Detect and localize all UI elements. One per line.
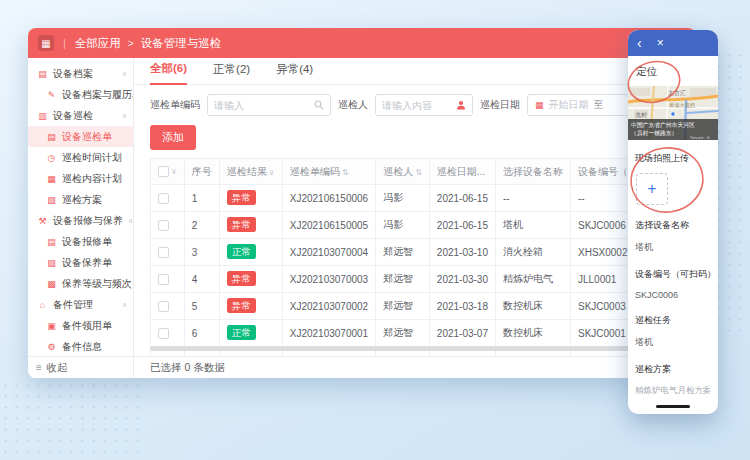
cell-date: 2021-06-15: [429, 185, 495, 212]
cell-person: 冯影: [376, 212, 430, 239]
sidebar-item-label: 设备保养单: [62, 256, 112, 270]
inspection-scheme-value[interactable]: 精炼炉电气月检方案: [628, 376, 718, 397]
cell-date: 2021-03-10: [429, 239, 495, 266]
sidebar-item-maintenance-sheet[interactable]: ▨设备保养单: [28, 252, 133, 273]
inspection-code-input[interactable]: [214, 100, 310, 111]
table-row[interactable]: 6正常XJ202103070001郑远智2021-03-07数控机床SKJC00…: [151, 320, 671, 347]
sidebar-collapse-button[interactable]: ≡ 收起: [28, 356, 133, 378]
header-select-all[interactable]: ∨: [151, 159, 185, 185]
row-checkbox[interactable]: [158, 220, 169, 231]
sidebar-item-repair-sheet[interactable]: ▤设备报修单: [28, 231, 133, 252]
sort-icon[interactable]: ⇅: [342, 168, 349, 177]
table-row[interactable]: 4异常XJ202103070003郑远智2021-03-30精炼炉电气JLL00…: [151, 266, 671, 293]
cell-person: 郑远智: [376, 293, 430, 320]
collapse-icon: ≡: [36, 362, 42, 373]
phone-preview-panel: ‹ × 定位 太古汇 黄埔大道西 冼村 中国广东省广州市天河区 （员村一横路东）…: [628, 30, 718, 414]
column-header[interactable]: 巡检单编码⇅: [282, 159, 375, 185]
cell-device: 数控机床: [496, 320, 571, 347]
select-all-checkbox[interactable]: [158, 166, 169, 177]
sidebar-item-repair-and-maintenance[interactable]: ⚒设备报修与保养∧: [28, 210, 133, 231]
topbar-divider: |: [63, 37, 66, 49]
cell-index: 3: [184, 239, 219, 266]
row-checkbox[interactable]: [158, 301, 169, 312]
cell-device: 数控机床: [496, 293, 571, 320]
cell-index: 4: [184, 266, 219, 293]
background-dots-bottom-left: [0, 380, 140, 460]
spare-info-icon: ⚙: [46, 342, 57, 352]
home-indicator[interactable]: [656, 405, 690, 408]
photo-upload-button[interactable]: +: [636, 173, 668, 205]
inspection-sheet-icon: ▤: [46, 132, 57, 142]
column-header-label: 巡检结果: [227, 166, 267, 177]
sidebar-item-inspection-content-plan[interactable]: ▦巡检内容计划: [28, 168, 133, 189]
inspection-task-value[interactable]: 塔机: [628, 327, 718, 349]
inspector-input[interactable]: [382, 100, 452, 111]
cell-person: 冯影: [376, 185, 430, 212]
filter-row: 巡检单编码 巡检人 巡检日期: [134, 85, 696, 116]
table-header-row: ∨序号巡检结果∨巡检单编码⇅巡检人⇅巡检日期...选择设备名称设备编号（可...…: [151, 159, 671, 185]
sidebar-item-spare-parts[interactable]: ⌂备件管理∧: [28, 294, 133, 315]
breadcrumb-chevron-icon: >: [128, 38, 134, 49]
cell-date: 2021-06-15: [429, 212, 495, 239]
cell-date: 2021-03-30: [429, 266, 495, 293]
filter-caret-icon[interactable]: ∨: [269, 168, 275, 177]
close-icon[interactable]: ×: [657, 37, 664, 49]
inspector-label: 巡检人: [338, 98, 368, 112]
sidebar-item-device-archive[interactable]: ▤设备档案∧: [28, 63, 133, 84]
cell-code: XJ202106150006: [282, 185, 375, 212]
spare-parts-icon: ⌂: [37, 300, 48, 310]
date-start-placeholder: 开始日期: [549, 98, 589, 112]
map[interactable]: 太古汇 黄埔大道西 冼村 中国广东省广州市天河区 （员村一横路东） Tencen…: [628, 86, 718, 140]
sidebar-item-spare-info[interactable]: ⚙备件信息: [28, 336, 133, 357]
map-address-line1: 中国广东省广州市天河区: [631, 121, 695, 129]
device-code-value[interactable]: SKJC0006: [628, 281, 718, 300]
person-icon: [456, 100, 466, 110]
tab-all[interactable]: 全部(6): [150, 61, 187, 85]
calendar-icon: ▦: [535, 100, 544, 110]
row-checkbox[interactable]: [158, 274, 169, 285]
spare-requisition-icon: ▣: [46, 321, 57, 331]
column-header[interactable]: 巡检人⇅: [376, 159, 430, 185]
tab-abnormal[interactable]: 异常(4): [276, 62, 313, 84]
tab-normal[interactable]: 正常(2): [213, 62, 250, 84]
maintenance-level-frequency-icon: ▩: [46, 279, 57, 289]
back-icon[interactable]: ‹: [637, 36, 642, 50]
maintenance-sheet-icon: ▨: [46, 258, 57, 268]
table-row[interactable]: 2异常XJ202106150005冯影2021-06-15塔机SKJC0006精…: [151, 212, 671, 239]
cell-device: 精炼炉电气: [496, 266, 571, 293]
sidebar-item-device-inspection[interactable]: ▥设备巡检∧: [28, 105, 133, 126]
row-checkbox[interactable]: [158, 193, 169, 204]
cell-result: 异常: [219, 293, 282, 320]
sidebar-item-inspection-scheme[interactable]: ▧巡检方案: [28, 189, 133, 210]
sidebar-item-maintenance-level-frequency[interactable]: ▩保养等级与频次: [28, 273, 133, 294]
apps-grid-icon[interactable]: ▦: [38, 35, 54, 51]
column-header[interactable]: 巡检结果∨: [219, 159, 282, 185]
cell-device: 消火栓箱: [496, 239, 571, 266]
sidebar-item-inspection-sheet[interactable]: ▤设备巡检单: [28, 126, 133, 147]
status-badge: 异常: [227, 190, 256, 205]
sidebar: ▤设备档案∧✎设备档案与履历表▥设备巡检∧▤设备巡检单◷巡检时间计划▦巡检内容计…: [28, 58, 134, 378]
sidebar-item-device-archive-resume[interactable]: ✎设备档案与履历表: [28, 84, 133, 105]
cell-index: 2: [184, 212, 219, 239]
row-checkbox[interactable]: [158, 328, 169, 339]
horizontal-scrollbar[interactable]: [150, 346, 648, 351]
cell-date: 2021-03-07: [429, 320, 495, 347]
add-button[interactable]: 添加: [150, 125, 196, 150]
table-row[interactable]: 5异常XJ202103070002郑远智2021-03-18数控机床SKJC00…: [151, 293, 671, 320]
row-checkbox[interactable]: [158, 247, 169, 258]
device-code-label: 设备编号（可扫码）: [628, 254, 718, 281]
table-row[interactable]: 1异常XJ202106150006冯影2021-06-15------: [151, 185, 671, 212]
table-row[interactable]: 3正常XJ202103070004郑远智2021-03-10消火栓箱XHSX00…: [151, 239, 671, 266]
status-badge: 异常: [227, 217, 256, 232]
breadcrumb-all-apps[interactable]: 全部应用: [75, 36, 121, 51]
cell-code: XJ202106150005: [282, 212, 375, 239]
inspection-scheme-label: 巡检方案: [628, 349, 718, 376]
sidebar-item-spare-requisition[interactable]: ▣备件领用单: [28, 315, 133, 336]
sidebar-menu: ▤设备档案∧✎设备档案与履历表▥设备巡检∧▤设备巡检单◷巡检时间计划▦巡检内容计…: [28, 63, 133, 378]
repair-and-maintenance-icon: ⚒: [37, 216, 48, 226]
sidebar-item-label: 设备巡检: [53, 109, 93, 123]
map-attribution: Tencent - G: [690, 136, 710, 140]
device-name-value[interactable]: 塔机: [628, 232, 718, 254]
sidebar-item-inspection-time-plan[interactable]: ◷巡检时间计划: [28, 147, 133, 168]
sort-icon[interactable]: ⇅: [415, 168, 422, 177]
